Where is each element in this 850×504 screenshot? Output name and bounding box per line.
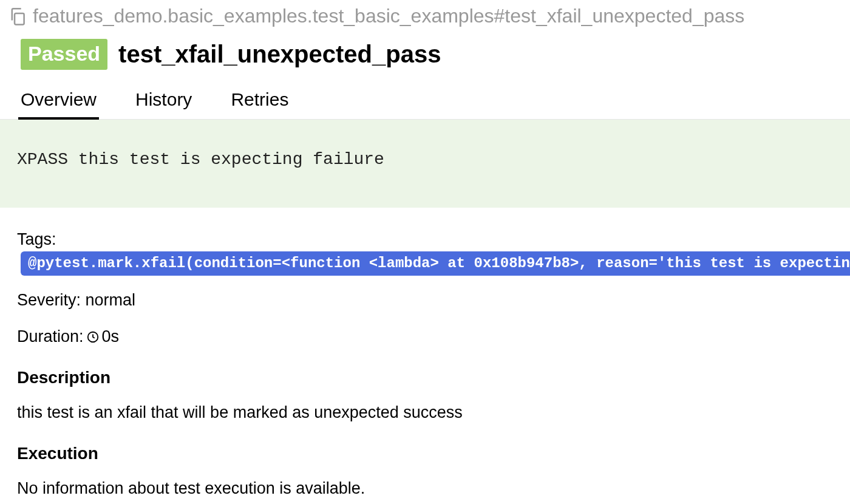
- tab-history[interactable]: History: [133, 90, 194, 119]
- severity-row: Severity: normal: [17, 289, 833, 312]
- tags-label: Tags:: [17, 228, 56, 251]
- severity-value: normal: [86, 289, 136, 312]
- svg-rect-0: [15, 13, 24, 24]
- tag-pill[interactable]: @pytest.mark.xfail(condition=<function <…: [21, 251, 850, 276]
- execution-heading: Execution: [17, 441, 833, 465]
- tags-row: Tags: @pytest.mark.xfail(condition=<func…: [17, 228, 833, 276]
- breadcrumb: features_demo.basic_examples.test_basic_…: [0, 0, 850, 28]
- status-badge: Passed: [21, 39, 107, 70]
- tab-overview[interactable]: Overview: [18, 90, 99, 120]
- clock-icon: [86, 330, 100, 344]
- execution-body: No information about test execution is a…: [17, 477, 833, 500]
- result-message-panel: XPASS this test is expecting failure: [0, 120, 850, 208]
- duration-label: Duration:: [17, 325, 84, 349]
- description-body: this test is an xfail that will be marke…: [17, 401, 833, 424]
- tab-retries[interactable]: Retries: [228, 90, 291, 119]
- meta-section: Tags: @pytest.mark.xfail(condition=<func…: [0, 208, 850, 504]
- severity-label: Severity:: [17, 289, 81, 312]
- tabs: Overview History Retries: [0, 76, 850, 120]
- page-title: test_xfail_unexpected_pass: [118, 41, 441, 68]
- copy-icon[interactable]: [7, 6, 28, 27]
- duration-row: Duration: 0s: [17, 325, 833, 349]
- breadcrumb-text: features_demo.basic_examples.test_basic_…: [33, 4, 744, 28]
- duration-value: 0s: [102, 325, 120, 349]
- description-heading: Description: [17, 366, 833, 389]
- result-message-text: XPASS this test is expecting failure: [17, 150, 384, 169]
- title-row: Passed test_xfail_unexpected_pass: [0, 28, 850, 76]
